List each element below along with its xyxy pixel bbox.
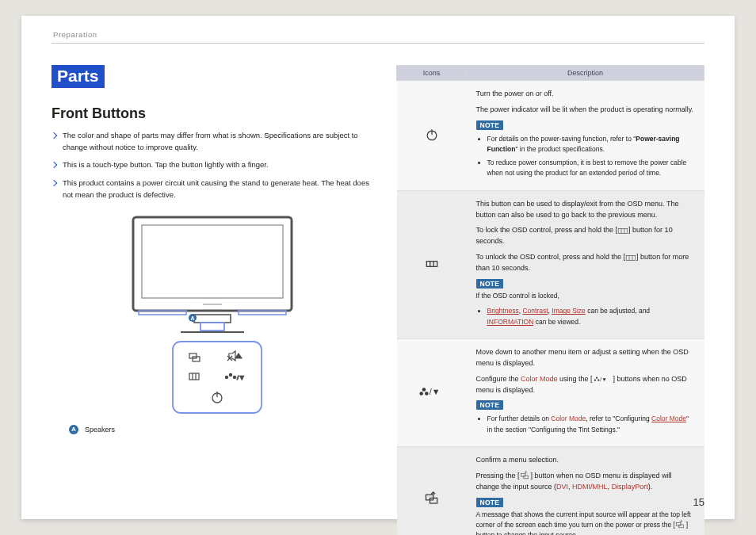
svg-rect-1	[142, 225, 283, 298]
page-number: 15	[693, 496, 704, 508]
menu-icon	[617, 227, 628, 235]
svg-rect-4	[239, 311, 286, 315]
svg-rect-24	[426, 261, 437, 266]
legend-marker-a: A	[69, 425, 78, 434]
svg-rect-45	[523, 476, 527, 479]
menu-icon	[424, 256, 440, 272]
svg-rect-3	[139, 311, 186, 315]
svg-rect-47	[676, 522, 680, 525]
term-hdmi-mhl: HDMI/MHL	[572, 483, 608, 491]
subsection-title: Front Buttons	[52, 105, 372, 122]
term-color-mode: Color Mode	[521, 375, 558, 383]
note-tag: NOTE	[476, 279, 504, 289]
link-information[interactable]: INFORMATION	[487, 318, 534, 326]
body-text: The power indicator will be lit when the…	[476, 105, 695, 116]
description-cell: Turn the power on or off. The power indi…	[467, 81, 704, 191]
body-text: Move down to another menu item or adjust…	[476, 347, 695, 369]
section-title: Parts	[52, 65, 105, 88]
body-text: This button can be used to display/exit …	[476, 199, 695, 221]
svg-text:/▼: /▼	[429, 387, 440, 396]
menu-icon	[625, 254, 636, 262]
colormode-down-icon: /▼	[418, 384, 445, 399]
right-column: Icons Description Turn the power on or o…	[396, 38, 704, 503]
product-diagram: A /▼	[52, 211, 372, 434]
left-column: Parts Front Buttons The color and shape …	[52, 38, 372, 503]
icon-cell	[397, 81, 467, 191]
svg-point-18	[225, 376, 227, 378]
body-text: To unlock the OSD control, press and hol…	[476, 252, 695, 274]
note-item: For details on the power-saving function…	[487, 134, 695, 155]
viewport: Preparation Parts Front Buttons The colo…	[0, 0, 756, 535]
header-divider	[52, 43, 704, 44]
svg-rect-5	[194, 315, 231, 323]
source-icon	[424, 491, 440, 507]
svg-rect-44	[521, 473, 525, 476]
body-text: Confirm a menu selection.	[476, 455, 695, 466]
running-header: Preparation	[53, 30, 97, 39]
svg-rect-48	[679, 525, 683, 528]
svg-point-33	[422, 388, 425, 391]
source-icon	[675, 520, 686, 529]
intro-bullet-list: The color and shape of parts may differ …	[52, 130, 372, 201]
svg-rect-6	[200, 323, 224, 331]
col-header-icons: Icons	[397, 66, 467, 81]
description-cell: This button can be used to display/exit …	[467, 190, 704, 338]
note-item: For further details on Color Mode, refer…	[487, 414, 695, 434]
svg-point-38	[594, 379, 595, 380]
source-icon	[520, 471, 531, 480]
diagram-legend: A Speakers	[69, 425, 115, 434]
svg-point-35	[425, 392, 427, 395]
power-icon	[424, 127, 440, 143]
table-row: Confirm a menu selection. Pressing the […	[397, 446, 704, 535]
note-lead: If the OSD control is locked,	[476, 291, 695, 301]
link-color-mode[interactable]: Color Mode	[651, 415, 686, 422]
link-image-size[interactable]: Image Size	[552, 307, 586, 315]
term-dvi: DVI	[556, 483, 568, 491]
body-text: Configure the Color Mode using the [/▼] …	[476, 374, 695, 396]
colormode-down-icon: /▼	[593, 375, 613, 384]
icon-cell	[397, 446, 467, 535]
list-item: The color and shape of parts may differ …	[52, 130, 372, 153]
svg-point-16	[229, 373, 231, 376]
svg-point-34	[420, 392, 422, 395]
note-item: Brightness, Contrast, Image Size can be …	[487, 306, 695, 327]
body-text: Pressing the [] button when no OSD menu …	[476, 471, 695, 493]
svg-point-39	[598, 379, 599, 380]
body-text: Turn the power on or off.	[476, 89, 695, 100]
table-row: This button can be used to display/exit …	[397, 190, 704, 338]
svg-rect-30	[626, 256, 636, 261]
document-page: Preparation Parts Front Buttons The colo…	[21, 16, 735, 519]
note-tag: NOTE	[476, 498, 504, 507]
svg-text:/▼: /▼	[600, 376, 607, 382]
term-color-mode: Color Mode	[551, 415, 586, 422]
icon-cell: /▼	[397, 338, 467, 446]
svg-text:/▼: /▼	[237, 374, 245, 381]
front-buttons-table: Icons Description Turn the power on or o…	[396, 65, 704, 535]
svg-point-37	[596, 376, 598, 378]
list-item: This is a touch-type button. Tap the but…	[52, 159, 372, 171]
icon-cell	[397, 190, 467, 338]
svg-rect-27	[618, 229, 628, 234]
note-item: A message that shows the current input s…	[476, 510, 695, 535]
svg-text:A: A	[190, 315, 194, 321]
legend-label: Speakers	[85, 426, 115, 434]
svg-point-17	[233, 376, 235, 378]
note-item: To reduce power consumption, it is best …	[487, 158, 695, 178]
link-contrast[interactable]: Contrast	[522, 307, 548, 315]
col-header-description: Description	[467, 66, 704, 81]
list-item: This product contains a power circuit un…	[52, 178, 372, 201]
table-row: /▼ Move down to another menu item or adj…	[397, 338, 704, 446]
link-brightness[interactable]: Brightness	[487, 307, 519, 315]
note-tag: NOTE	[476, 120, 504, 130]
monitor-illustration: A /▼	[90, 211, 335, 417]
note-tag: NOTE	[476, 400, 504, 410]
description-cell: Move down to another menu item or adjust…	[467, 338, 704, 446]
table-row: Turn the power on or off. The power indi…	[397, 81, 704, 191]
description-cell: Confirm a menu selection. Pressing the […	[467, 446, 704, 535]
term-displayport: DisplayPort	[612, 483, 648, 491]
body-text: To lock the OSD control, press and hold …	[476, 225, 695, 247]
